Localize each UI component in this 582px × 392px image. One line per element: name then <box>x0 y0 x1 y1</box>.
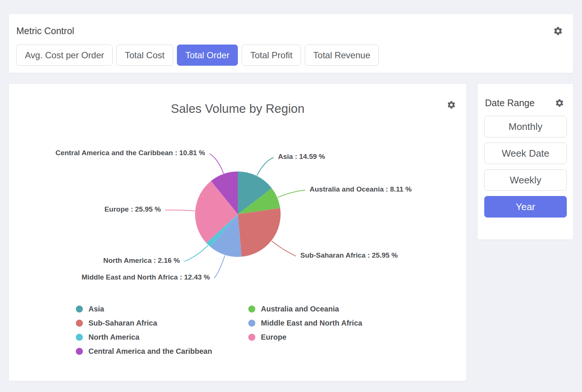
legend-dot-asia <box>76 306 83 313</box>
pie-label-middle-east-and-north-africa: Middle East and North Africa : 12.43 % <box>81 273 210 281</box>
legend-column-2: Australia and OceaniaMiddle East and Nor… <box>248 302 362 344</box>
pie-label-line-sub-saharan-africa <box>272 241 296 256</box>
metric-control-title: Metric Control <box>16 25 74 36</box>
gear-icon <box>555 98 564 108</box>
legend-item-north-america[interactable]: North America <box>76 330 212 344</box>
legend-dot-europe <box>248 334 255 341</box>
legend-label: Australia and Oceania <box>261 305 339 313</box>
date-range-button-week-date[interactable]: Week Date <box>484 143 567 164</box>
date-range-settings-button[interactable] <box>555 98 564 108</box>
pie-label-line-middle-east-and-north-africa <box>214 255 225 278</box>
pie-label-asia: Asia : 14.59 % <box>278 153 325 161</box>
metric-button-avg-cost-per-order[interactable]: Avg. Cost per Order <box>16 45 113 66</box>
metric-button-total-revenue[interactable]: Total Revenue <box>305 45 379 66</box>
legend-dot-central-america-and-the-caribbean <box>76 348 83 355</box>
legend-column-1: AsiaSub-Saharan AfricaNorth AmericaCentr… <box>76 302 212 358</box>
date-range-panel: Date Range MonthlyWeek DateWeeklyYear <box>478 84 573 239</box>
legend-dot-australia-and-oceania <box>248 306 255 313</box>
metric-button-total-cost[interactable]: Total Cost <box>116 45 173 66</box>
date-range-button-group: MonthlyWeek DateWeeklyYear <box>478 108 573 218</box>
legend-label: North America <box>88 333 139 342</box>
legend-label: Asia <box>88 305 104 313</box>
legend-label: Middle East and North Africa <box>261 319 362 327</box>
pie-label-line-europe <box>165 210 195 211</box>
pie-label-central-america-and-the-caribbean: Central America and the Caribbean : 10.8… <box>55 149 205 157</box>
legend-label: Sub-Saharan Africa <box>88 319 157 327</box>
metric-button-group: Avg. Cost per OrderTotal CostTotal Order… <box>9 36 573 66</box>
pie-label-sub-saharan-africa: Sub-Saharan Africa : 25.95 % <box>300 251 398 259</box>
pie-label-line-australia-and-oceania <box>278 190 305 197</box>
chart-panel: Sales Volume by Region Asia : 14.59 %Aus… <box>9 84 466 381</box>
legend-label: Europe <box>261 333 287 342</box>
legend-item-europe[interactable]: Europe <box>248 330 362 344</box>
dashboard-page: Metric Control Avg. Cost per OrderTotal … <box>0 0 582 392</box>
date-range-button-monthly[interactable]: Monthly <box>484 116 567 137</box>
legend-label: Central America and the Caribbean <box>88 347 212 356</box>
gear-icon <box>553 26 563 36</box>
date-range-title: Date Range <box>485 97 534 108</box>
legend-dot-north-america <box>76 334 83 341</box>
legend-dot-middle-east-and-north-africa <box>248 320 255 327</box>
legend-item-asia[interactable]: Asia <box>76 302 212 316</box>
pie-label-line-central-america-and-the-caribbean <box>210 154 223 174</box>
date-range-button-year[interactable]: Year <box>484 196 567 218</box>
pie-label-australia-and-oceania: Australia and Oceania : 8.11 % <box>310 185 412 193</box>
metric-control-header: Metric Control <box>9 14 573 36</box>
date-range-header: Date Range <box>478 84 573 108</box>
legend-item-australia-and-oceania[interactable]: Australia and Oceania <box>248 302 362 316</box>
legend-item-sub-saharan-africa[interactable]: Sub-Saharan Africa <box>76 316 212 330</box>
metric-button-total-order[interactable]: Total Order <box>177 45 238 66</box>
metric-settings-button[interactable] <box>553 26 563 36</box>
date-range-button-weekly[interactable]: Weekly <box>484 169 567 191</box>
metric-button-total-profit[interactable]: Total Profit <box>242 45 301 66</box>
metric-control-panel: Metric Control Avg. Cost per OrderTotal … <box>9 14 573 73</box>
pie-label-line-north-america <box>184 245 208 261</box>
legend-item-middle-east-and-north-africa[interactable]: Middle East and North Africa <box>248 316 362 330</box>
pie-slice-sub-saharan-africa[interactable] <box>238 208 281 257</box>
pie-label-north-america: North America : 2.16 % <box>103 257 180 265</box>
legend-dot-sub-saharan-africa <box>76 320 83 327</box>
pie-label-line-asia <box>257 157 274 176</box>
pie-label-europe: Europe : 25.95 % <box>104 205 161 213</box>
legend-item-central-america-and-the-caribbean[interactable]: Central America and the Caribbean <box>76 344 212 358</box>
